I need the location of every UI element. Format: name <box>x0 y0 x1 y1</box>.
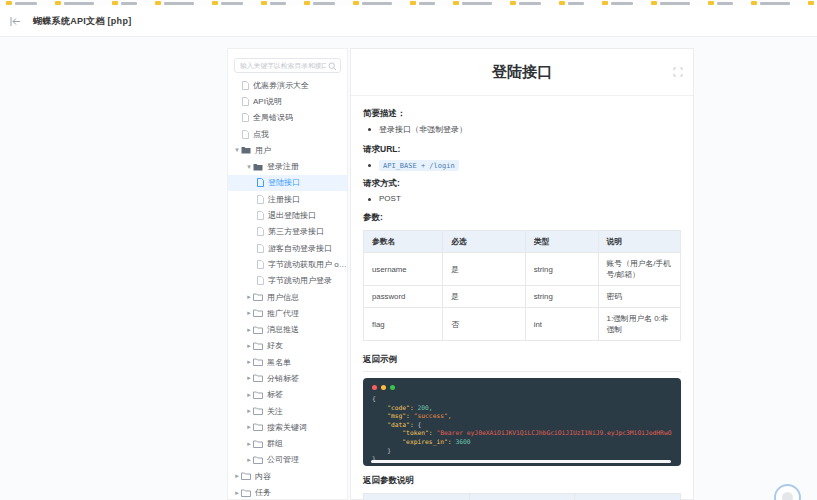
sidebar-tree-item-selected[interactable]: 登陆接口 <box>228 175 347 191</box>
sidebar-tree-folder[interactable]: ▸ 任务 <box>228 484 347 500</box>
request-method-label: 请求方式: <box>363 178 681 190</box>
sidebar-tree-folder[interactable]: ▸ 好友 <box>228 338 347 354</box>
bookmark-item[interactable] <box>6 1 37 5</box>
feedback-icon <box>782 492 793 500</box>
sidebar-tree-folder[interactable]: ▸ 标签 <box>228 387 347 403</box>
params-table: 参数名 必选 类型 说明 username 是 string 账号（用户名/手机… <box>363 230 681 341</box>
sidebar-tree-item[interactable]: 字节跳动获取用户 openid <box>228 256 347 272</box>
chevron-right-icon: ▸ <box>245 440 253 448</box>
bookmark-item[interactable] <box>651 1 690 5</box>
sidebar-tree-item[interactable]: 优惠券演示大全 <box>228 77 347 93</box>
table-cell: int <box>525 308 598 341</box>
horizontal-scrollbar[interactable] <box>371 460 671 463</box>
tree-item-label: API说明 <box>253 96 282 107</box>
terminal-dots <box>372 385 672 390</box>
sidebar-tree-item[interactable]: API说明 <box>228 93 347 109</box>
sidebar-tree-item[interactable]: 第三方登录接口 <box>228 224 347 240</box>
tree-item-label: 注册接口 <box>268 194 300 205</box>
bookmark-item[interactable] <box>708 1 733 5</box>
sidebar-tree-folder[interactable]: ▾ 登录注册 <box>228 158 347 174</box>
bookmark-item[interactable] <box>559 1 584 5</box>
sidebar-tree-folder[interactable]: ▸ 推广代理 <box>228 305 347 321</box>
sidebar-tree-folder[interactable]: ▸ 关注 <box>228 403 347 419</box>
search-input[interactable] <box>234 58 341 73</box>
bookmark-item[interactable] <box>602 1 633 5</box>
bookmark-item[interactable] <box>261 1 286 5</box>
code-text: } <box>372 447 391 454</box>
bookmark-item[interactable] <box>304 1 335 5</box>
sidebar-tree-item[interactable]: 字节跳动用户登录 <box>228 273 347 289</box>
document-icon <box>257 276 264 285</box>
folder-icon <box>253 456 263 464</box>
code-line: "token": "Bearer eyJ0eXAiOiJKV1QiLCJhbGc… <box>372 429 672 438</box>
tree-item-label: 游客自动登录接口 <box>268 243 332 254</box>
bookmark-label <box>270 2 286 5</box>
bookmark-item[interactable] <box>410 1 435 5</box>
folder-icon <box>751 1 757 5</box>
doc-content-panel: 登陆接口 简要描述： 登录接口（非强制登录） 请求URL: API_BASE +… <box>350 48 694 500</box>
table-cell: 是 <box>443 286 525 308</box>
sidebar-tree-folder[interactable]: ▸ 内容 <box>228 468 347 484</box>
sidebar-tree-folder[interactable]: ▸ 黑名单 <box>228 354 347 370</box>
folder-icon <box>510 1 516 5</box>
chevron-right-icon: ▸ <box>245 342 253 350</box>
bookmark-label <box>760 2 790 5</box>
sidebar-tree-folder[interactable]: ▸ 群组 <box>228 436 347 452</box>
bookmark-label <box>568 2 584 5</box>
tree-item-label: 字节跳动用户登录 <box>268 275 332 286</box>
folder-icon <box>304 1 310 5</box>
sidebar-tree-folder[interactable]: ▸ 搜索关键词 <box>228 419 347 435</box>
bookmark-item[interactable] <box>808 1 817 5</box>
code-text: { <box>372 395 376 402</box>
sidebar-tree-folder[interactable]: ▸ 分销标签 <box>228 370 347 386</box>
code-value: 3600 <box>455 438 470 445</box>
document-icon <box>242 81 249 90</box>
fullscreen-icon[interactable] <box>673 63 683 81</box>
tree-item-label: 用户信息 <box>267 292 299 303</box>
params-label: 参数: <box>363 212 681 224</box>
bookmark-item[interactable] <box>453 1 492 5</box>
bookmark-item[interactable] <box>751 1 790 5</box>
sidebar-tree-item[interactable]: 全局错误码 <box>228 110 347 126</box>
chevron-right-icon: ▸ <box>233 472 241 480</box>
folder-icon <box>155 1 161 5</box>
table-cell: username <box>364 253 443 286</box>
tree-item-label: 关注 <box>267 406 283 417</box>
sidebar-tree-item[interactable]: 注册接口 <box>228 191 347 207</box>
return-params-table: 参数名 类型 说明 token string 登录token <box>363 493 681 500</box>
green-dot-icon <box>390 385 395 390</box>
sidebar-tree-item[interactable]: 退出登陆接口 <box>228 207 347 223</box>
document-icon <box>242 113 249 122</box>
bookmark-item[interactable] <box>55 1 94 5</box>
sidebar-tree-folder[interactable]: ▾ 用户 <box>228 142 347 158</box>
sidebar-tree-folder[interactable]: ▸ 消息推送 <box>228 321 347 337</box>
code-line: } <box>372 447 672 456</box>
sidebar-tree-folder[interactable]: ▸ 用户信息 <box>228 289 347 305</box>
bookmark-item[interactable] <box>155 1 194 5</box>
table-cell: 1:强制用户名 0:非强制 <box>598 308 680 341</box>
chevron-down-icon: ▾ <box>233 146 241 154</box>
folder-open-icon <box>253 163 263 171</box>
document-icon <box>257 260 264 269</box>
table-cell: 密码 <box>598 286 680 308</box>
bookmark-item[interactable] <box>510 1 541 5</box>
sidebar-tree-item[interactable]: 游客自动登录接口 <box>228 240 347 256</box>
feedback-button[interactable] <box>774 484 801 500</box>
folder-open-icon <box>241 146 251 154</box>
document-icon <box>257 178 264 187</box>
folder-icon <box>241 472 251 480</box>
bookmark-item[interactable] <box>212 1 243 5</box>
chevron-right-icon: ▸ <box>245 309 253 317</box>
sidebar-tree-folder[interactable]: ▸ 公司管理 <box>228 452 347 468</box>
request-url-label: 请求URL: <box>363 144 681 156</box>
bookmark-item[interactable] <box>353 1 392 5</box>
collapse-sidebar-icon[interactable] <box>10 15 24 27</box>
chevron-right-icon: ▸ <box>245 293 253 301</box>
chevron-right-icon: ▸ <box>245 407 253 415</box>
column-header: 参数名 <box>364 494 470 500</box>
tree-item-label: 好友 <box>267 340 283 351</box>
page-title: 登陆接口 <box>492 63 552 82</box>
folder-icon <box>212 1 218 5</box>
sidebar-tree-item[interactable]: 点我 <box>228 126 347 142</box>
bookmark-item[interactable] <box>112 1 137 5</box>
